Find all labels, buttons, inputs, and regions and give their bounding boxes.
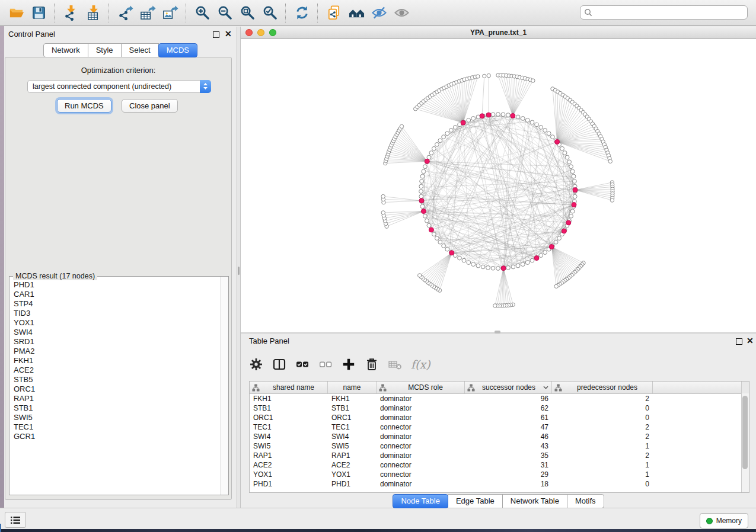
mcds-result-item[interactable]: STB5 <box>14 375 221 384</box>
table-cell: TEC1 <box>328 423 377 431</box>
table-row[interactable]: TEC1TEC1connector472 <box>250 422 749 432</box>
column-header-name[interactable]: name <box>328 382 377 393</box>
network-canvas[interactable] <box>241 39 756 332</box>
float-table-panel-icon[interactable] <box>736 338 742 345</box>
float-panel-icon[interactable] <box>213 31 219 38</box>
mcds-list-scrollbar[interactable] <box>221 277 228 495</box>
table-scrollbar[interactable] <box>741 393 749 492</box>
table-cell: 1 <box>552 442 653 450</box>
table-row[interactable]: ACE2ACE2connector311 <box>250 460 749 470</box>
mcds-result-group: MCDS result (17 nodes) PHD1CAR1STP4TID3Y… <box>9 276 229 495</box>
refresh-layout-icon[interactable] <box>291 3 313 23</box>
import-table-file-icon[interactable] <box>82 3 104 23</box>
mcds-result-item[interactable]: TID3 <box>14 309 221 318</box>
network-houses-icon[interactable] <box>345 3 368 23</box>
column-header-MCDS-role[interactable]: MCDS role <box>377 382 465 393</box>
clone-network-icon[interactable] <box>323 3 345 23</box>
zoom-out-icon[interactable] <box>213 3 236 23</box>
mcds-result-item[interactable]: ACE2 <box>14 366 221 375</box>
mcds-result-title: MCDS result (17 nodes) <box>13 272 97 280</box>
table-row[interactable]: YOX1YOX1connector291 <box>250 470 749 479</box>
mcds-result-item[interactable]: SWI4 <box>14 328 221 337</box>
column-header-successor-nodes[interactable]: successor nodes <box>465 382 552 393</box>
open-session-icon[interactable] <box>5 3 27 23</box>
tab-edge-table[interactable]: Edge Table <box>448 494 503 508</box>
network-window-title: YPA_prune.txt_1 <box>241 28 756 37</box>
table-row[interactable]: SWI5SWI5connector431 <box>250 441 749 451</box>
toolbar-separator <box>285 4 286 23</box>
tab-node-table[interactable]: Node Table <box>393 494 448 508</box>
select-all-icon[interactable] <box>295 357 310 371</box>
close-panel-icon[interactable]: ✕ <box>225 31 232 37</box>
table-row[interactable]: PHD1PHD1dominator180 <box>250 479 749 489</box>
mcds-result-item[interactable]: ORC1 <box>14 384 221 394</box>
mcds-result-item[interactable]: STP4 <box>14 299 221 309</box>
deselect-all-icon[interactable] <box>318 357 333 371</box>
tab-motifs[interactable]: Motifs <box>567 494 604 508</box>
table-cell: ORC1 <box>250 414 328 422</box>
optimization-criterion-dropdown[interactable]: largest connected component (undirected) <box>27 80 211 93</box>
mcds-result-item[interactable]: YOX1 <box>14 318 221 328</box>
table-cell: TEC1 <box>250 423 328 431</box>
mcds-result-item[interactable]: RAP1 <box>14 394 221 403</box>
mcds-result-item[interactable]: FKH1 <box>14 356 221 366</box>
table-row[interactable]: ORC1ORC1dominator610 <box>250 413 749 422</box>
zoom-fit-icon[interactable] <box>236 3 259 23</box>
close-panel-button[interactable]: Close panel <box>122 99 178 113</box>
network-window-titlebar[interactable]: YPA_prune.txt_1 <box>241 27 756 39</box>
mcds-result-item[interactable]: SWI5 <box>14 413 221 422</box>
mcds-result-item[interactable]: STB1 <box>14 403 221 413</box>
mcds-result-item[interactable]: CAR1 <box>14 290 221 299</box>
table-scroll-corner <box>741 382 749 393</box>
desktop-wallpaper-left <box>0 26 4 532</box>
import-network-file-icon[interactable] <box>59 3 82 23</box>
network-graph[interactable] <box>241 39 756 332</box>
table-row[interactable]: STB1STB1dominator620 <box>250 403 749 413</box>
task-history-button[interactable] <box>5 512 26 528</box>
column-header-predecessor-nodes[interactable]: predecessor nodes <box>552 382 653 393</box>
mcds-result-list[interactable]: PHD1CAR1STP4TID3YOX1SWI4SRD1PMA2FKH1ACE2… <box>9 280 221 495</box>
node-table[interactable]: shared namenameMCDS rolesuccessor nodesp… <box>249 381 749 493</box>
dropdown-stepper-icon <box>200 80 211 93</box>
export-network-icon[interactable] <box>114 3 136 23</box>
table-cell: connector <box>377 442 465 450</box>
hide-graphics-details-icon[interactable] <box>368 3 390 23</box>
table-cell: 1 <box>552 461 653 469</box>
zoom-in-icon[interactable] <box>191 3 213 23</box>
tab-mcds[interactable]: MCDS <box>158 43 197 57</box>
search-box[interactable] <box>580 5 748 20</box>
table-row[interactable]: SWI4SWI4dominator462 <box>250 432 749 441</box>
mcds-tab-content: Optimization criterion: largest connecte… <box>5 57 232 500</box>
column-chooser-icon[interactable] <box>272 357 286 371</box>
mcds-result-item[interactable]: GCR1 <box>14 432 221 441</box>
save-session-icon[interactable] <box>27 3 50 23</box>
memory-button[interactable]: Memory <box>700 513 748 528</box>
table-scrollbar-thumb[interactable] <box>742 396 748 469</box>
tab-select[interactable]: Select <box>121 43 159 57</box>
export-table-icon[interactable] <box>136 3 159 23</box>
table-settings-icon[interactable] <box>249 357 263 371</box>
table-row[interactable]: RAP1RAP1dominator352 <box>250 451 749 460</box>
tab-style[interactable]: Style <box>88 43 122 57</box>
mcds-result-item[interactable]: SRD1 <box>14 337 221 347</box>
export-image-icon[interactable] <box>159 3 181 23</box>
delete-row-icon[interactable] <box>365 357 379 371</box>
column-header-shared-name[interactable]: shared name <box>250 382 328 393</box>
add-row-icon[interactable] <box>342 357 356 371</box>
close-table-panel-icon[interactable]: ✕ <box>747 338 754 344</box>
tab-network-table[interactable]: Network Table <box>502 494 567 508</box>
mcds-result-item[interactable]: TEC1 <box>14 422 221 432</box>
mcds-result-item[interactable]: PHD1 <box>14 280 221 290</box>
table-cell: ORC1 <box>328 414 377 422</box>
table-cell: ACE2 <box>250 461 328 469</box>
search-input[interactable] <box>592 8 744 17</box>
vertical-splitter-grip[interactable] <box>238 267 240 275</box>
memory-label: Memory <box>716 517 742 525</box>
table-cell: 62 <box>465 404 552 412</box>
node-table-header: shared namenameMCDS rolesuccessor nodesp… <box>250 382 749 394</box>
mcds-result-item[interactable]: PMA2 <box>14 347 221 356</box>
table-row[interactable]: FKH1FKH1dominator962 <box>250 394 749 403</box>
zoom-selected-icon[interactable] <box>259 3 281 23</box>
tab-network[interactable]: Network <box>43 43 88 57</box>
run-mcds-button[interactable]: Run MCDS <box>57 99 111 113</box>
